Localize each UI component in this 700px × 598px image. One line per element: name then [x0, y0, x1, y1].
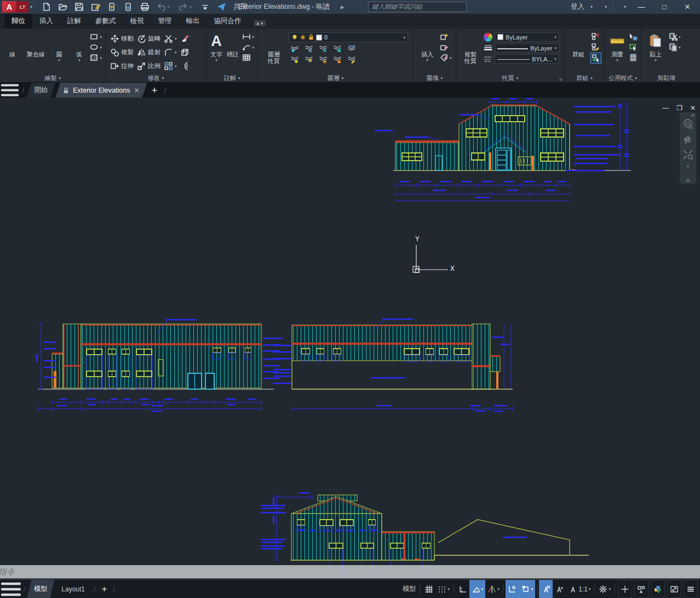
panel-label-clipboard[interactable]: 剪貼簿	[641, 73, 691, 83]
share-button[interactable]	[217, 2, 226, 12]
plot-button[interactable]	[140, 2, 150, 12]
cut-button[interactable]: ▾	[669, 32, 681, 41]
linear-dimension-button[interactable]: ▾	[242, 32, 254, 41]
minimize-button[interactable]: —	[632, 0, 651, 14]
workspace-settings-button[interactable]: ▾	[596, 580, 613, 598]
text-button[interactable]: A 文字 ▾	[210, 31, 223, 62]
hatch-button[interactable]: ▾	[90, 53, 102, 62]
offset-button[interactable]	[179, 61, 191, 71]
undo-button[interactable]: ▾	[157, 2, 171, 12]
group-selection-toggle[interactable]	[591, 53, 601, 63]
copy-clip-button[interactable]: ▾	[669, 43, 681, 52]
panel-label-groups[interactable]: 群組▾	[565, 73, 604, 83]
ribbon-collapse-button[interactable]: ▴ ▾	[254, 20, 266, 26]
annotation-scale-button[interactable]: 1:1▾	[566, 580, 593, 598]
title-expand-icon[interactable]: ▶	[341, 4, 345, 10]
arc-button[interactable]: 弧 ▾	[71, 31, 88, 62]
open-file-button[interactable]	[58, 2, 67, 12]
save-as-button[interactable]	[91, 2, 100, 12]
close-button[interactable]: ✕	[678, 0, 697, 14]
navbar-more-chevron-icon[interactable]: ▾	[687, 164, 689, 169]
fillet-button[interactable]: ▾	[163, 48, 178, 57]
crosshair-tray-button[interactable]	[618, 580, 632, 598]
lineweight-icon[interactable]	[484, 44, 492, 53]
layout1-tab[interactable]: Layout1	[54, 580, 92, 598]
file-tab-document[interactable]: Exterior Elevations ✕	[55, 83, 147, 98]
graphics-performance-button[interactable]	[651, 580, 665, 598]
drawing-canvas[interactable]: — ❐ ✕ ✕ 2D ▾ ⊖	[0, 98, 700, 598]
measure-button[interactable]: 測量 ▾	[608, 31, 627, 62]
insert-block-button[interactable]: 插入 ▾	[417, 31, 438, 62]
linetype-icon[interactable]	[484, 55, 492, 64]
polar-tracking-toggle[interactable]: ▾	[469, 580, 486, 598]
group-edit-button[interactable]	[591, 43, 601, 52]
scale-button[interactable]: 比例	[136, 61, 162, 71]
ribbon-tab-view[interactable]: 檢視	[123, 14, 151, 29]
select-similar-button[interactable]	[629, 43, 638, 52]
zoom-extents-icon[interactable]	[682, 149, 694, 161]
object-snap-toggle[interactable]: ▾	[519, 580, 536, 598]
trim-button[interactable]: ▾	[163, 34, 178, 43]
panel-label-draw[interactable]: 繪製▾	[0, 73, 105, 83]
panel-label-block[interactable]: 圖塊▾	[414, 73, 456, 83]
layer-unisolate-icon[interactable]	[304, 55, 313, 64]
object-color-combo[interactable]: ByLayer▾	[495, 32, 559, 42]
rectangle-button[interactable]: ▾	[90, 32, 102, 41]
layer-off-icon[interactable]	[290, 55, 299, 64]
table-button[interactable]	[242, 53, 254, 62]
qat-customize-button[interactable]	[200, 2, 210, 12]
open-from-web-mobile-button[interactable]	[107, 2, 117, 12]
match-properties-button[interactable]: 複製性質	[460, 31, 481, 64]
explode-button[interactable]	[179, 48, 191, 57]
linetype-combo[interactable]: BYLA...▾	[495, 54, 559, 64]
signin-chevron-icon[interactable]: ▾	[590, 4, 593, 9]
dimension-button[interactable]: 標註	[225, 31, 240, 58]
polyline-button[interactable]: 聚合線	[24, 31, 48, 58]
isometric-drafting-toggle[interactable]: ▾	[485, 580, 502, 598]
panel-label-properties[interactable]: 性質▾	[456, 73, 564, 83]
annotation-autoscale-toggle[interactable]	[553, 580, 566, 598]
annotation-visibility-toggle[interactable]	[539, 580, 553, 598]
maximize-button[interactable]: □	[655, 0, 674, 14]
new-layout-button[interactable]: +	[101, 584, 107, 595]
layer-walk-icon[interactable]	[304, 44, 313, 53]
panel-label-modify[interactable]: 修改▾	[106, 73, 206, 83]
ribbon-tab-manage[interactable]: 管理	[151, 14, 179, 29]
help-search-input[interactable]: 鍵入關鍵字或詞組	[368, 2, 467, 12]
ribbon-tab-insert[interactable]: 插入	[32, 14, 60, 29]
layout-tabs-menu-icon[interactable]	[0, 580, 22, 598]
doc-minimize-button[interactable]: —	[662, 104, 669, 112]
ribbon-tab-collaborate[interactable]: 協同合作	[207, 14, 249, 29]
rotate-button[interactable]: 旋轉	[136, 34, 162, 43]
leader-button[interactable]: ▾	[242, 43, 254, 52]
color-wheel-icon[interactable]	[484, 33, 492, 42]
file-tabs-menu-icon[interactable]	[0, 82, 20, 98]
properties-dialog-launcher[interactable]: ↘	[558, 76, 563, 82]
copy-button[interactable]: 複製	[109, 48, 135, 57]
ribbon-tab-home[interactable]: 歸位	[4, 14, 32, 29]
layer-thaw-all-icon[interactable]	[318, 55, 328, 64]
navbar-collapse-icon[interactable]: ⊖	[686, 178, 690, 183]
layer-lock-tool-icon[interactable]	[332, 44, 342, 53]
grid-display-toggle[interactable]	[422, 580, 435, 598]
new-tab-button[interactable]: +	[151, 84, 157, 96]
line-button[interactable]: 線	[3, 31, 22, 58]
redo-button[interactable]: ▾	[179, 2, 193, 12]
new-file-button[interactable]	[42, 2, 51, 12]
panel-label-layers[interactable]: 圖層▾	[258, 73, 413, 83]
navbar-close-icon[interactable]: ✕	[691, 113, 695, 118]
layer-freeze-icon[interactable]	[318, 44, 328, 53]
ribbon-tab-output[interactable]: 輸出	[179, 14, 207, 29]
pan-hand-icon[interactable]	[682, 133, 694, 145]
layer-isolate-icon[interactable]	[290, 44, 299, 53]
help-chevron-icon[interactable]: ▾	[624, 4, 626, 9]
ribbon-tab-parametric[interactable]: 參數式	[88, 14, 123, 29]
circle-button[interactable]: 圓 ▾	[50, 31, 68, 62]
move-button[interactable]: 移動	[109, 34, 135, 43]
panel-label-utilities[interactable]: 公用程式▾	[605, 73, 641, 83]
save-to-web-mobile-button[interactable]	[124, 2, 133, 12]
command-line[interactable]: 指令	[0, 565, 700, 579]
layer-change-icon[interactable]	[347, 55, 356, 64]
panel-label-annotation[interactable]: 註解▾	[206, 73, 257, 83]
doc-close-button[interactable]: ✕	[690, 104, 696, 112]
